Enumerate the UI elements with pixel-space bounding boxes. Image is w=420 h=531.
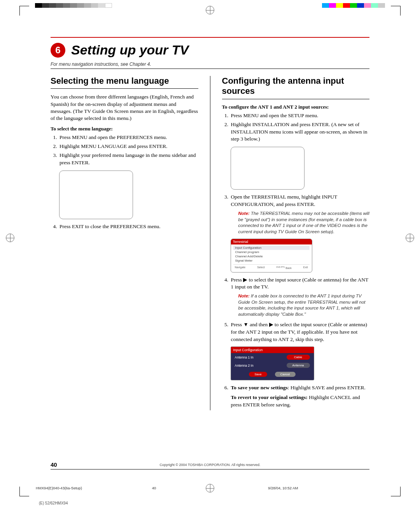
osd-input-config: Input Configuration Antenna 1 In Cable A… [231,346,314,380]
osd-foot-back: DVD PTV Back [276,266,292,269]
down-arrow-icon: ▼ [243,322,248,327]
imprint-filename: HMX94(E)040-43(6a-Setup) [36,486,152,490]
antenna-subhead: To configure the ANT 1 and ANT 2 input s… [222,104,370,110]
ant-step-5: Press ▼ and then ▶ to select the input s… [230,321,370,343]
language-steps-cont: Press EXIT to close the PREFERENCES menu… [58,223,198,230]
language-subhead: To select the menu language: [51,126,198,132]
lang-step-2: Highlight MENU LANGUAGE and press ENTER. [58,143,198,150]
top-red-rule [51,37,369,38]
right-arrow-icon: ▶ [243,277,247,283]
section-rule-2 [222,99,370,99]
right-column: Configuring the antenna input sources To… [222,76,370,410]
osd-save-button: Save [249,372,267,377]
footer-rule [51,469,369,469]
osd-row-value-antenna: Antenna [287,363,310,368]
osd-foot-navigate: Navigate [235,266,246,269]
content-columns: Selecting the menu language You can choo… [51,76,369,410]
antenna-steps-4: Press ▶ to select the input source (Cabl… [230,276,370,291]
intro-note: For menu navigation instructions, see Ch… [51,62,369,67]
note-label-1: Note: [238,211,250,216]
intro-rule [51,69,369,69]
chapter-title: Setting up your TV [71,42,189,58]
right-arrow-icon-2: ▶ [269,322,273,327]
osd-item-signal-meter: Signal Meter [233,258,310,263]
ant-step-6: To save your new settings: Highlight SAV… [230,384,370,409]
osd-foot-select: Select [257,266,264,269]
language-steps: Press MENU and open the PREFERENCES menu… [58,134,198,167]
lang-step-1: Press MENU and open the PREFERENCES menu… [58,134,198,141]
note-text-1: The TERRESTRIAL menu may not be accessib… [238,211,369,234]
chapter-number-badge: 6 [51,43,65,58]
section-rule [51,88,198,89]
save-settings-rest: : Highlight SAVE and press ENTER. [288,385,366,390]
revert-settings-strong: To revert to your original settings: [231,394,308,400]
save-settings-strong: To save your new settings [231,385,288,390]
ant-step-3: Open the TERRESTRIAL menu, highlight INP… [230,193,370,208]
note-cablebox: Note: If a cable box is connected to the… [238,293,370,317]
osd-config-title: Input Configuration [231,347,314,353]
imprint-page: 40 [152,486,268,490]
stray-text: (E) 52/62HMX94 [39,501,68,505]
preferences-screenshot-placeholder [59,171,133,219]
lang-step-4: Press EXIT to close the PREFERENCES menu… [58,223,198,230]
antenna-steps-3: Open the TERRESTRIAL menu, highlight INP… [230,193,370,208]
imprint-bar: HMX94(E)040-43(6a-Setup) 40 9/28/04, 10:… [32,485,388,491]
osd-row-label-1: Antenna 1 In [235,355,254,359]
note-terrestrial: Note: The TERRESTRIAL menu may not be ac… [238,211,370,235]
left-column: Selecting the menu language You can choo… [51,76,198,410]
imprint-timestamp: 9/28/04, 10:52 AM [268,486,384,490]
osd-row-label-2: Antenna 2 In [235,364,254,367]
antenna-steps-6: To save your new settings: Highlight SAV… [230,384,370,409]
note-text-2: If a cable box is connected to the ANT 1… [238,294,366,316]
ant-step-4: Press ▶ to select the input source (Cabl… [230,276,370,291]
osd-config-row-2: Antenna 2 In Antenna [231,361,314,369]
osd-item-channel-program: Channel program [233,250,310,254]
osd-item-channel-add-delete: Channel Add/Delete [233,254,310,258]
antenna-steps: Press MENU and open the SETUP menu. High… [230,112,370,143]
note-label-2: Note: [238,294,250,298]
osd-config-row-1: Antenna 1 In Cable [231,353,314,361]
column-divider [210,76,210,410]
installation-screenshot-placeholder [231,147,304,190]
osd-item-input-config: Input Configuration [233,246,310,250]
chapter-header: 6 Setting up your TV [51,42,369,58]
section-heading-antenna: Configuring the antenna input sources [222,76,370,97]
osd-config-buttons: Save Cancel [231,369,314,380]
ant-step-2: Highlight INSTALLATION and press ENTER. … [230,121,370,143]
osd-footer: Navigate Select DVD PTV Back Exit [233,264,310,269]
osd-cancel-button: Cancel [275,372,296,377]
section-heading-language: Selecting the menu language [51,76,198,86]
osd-foot-exit: Exit [303,266,308,269]
page-number: 40 [51,461,57,468]
osd-terrestrial-menu: Terrestrial Input Configuration Channel … [231,239,312,272]
language-para: You can choose from three different lang… [51,93,198,122]
antenna-steps-5: Press ▼ and then ▶ to select the input s… [230,321,370,343]
copyright-text: Copyright © 2004 TOSHIBA CORPORATION. Al… [51,463,369,467]
page-footer: 40 Copyright © 2004 TOSHIBA CORPORATION.… [51,463,369,471]
lang-step-3: Highlight your preferred menu language i… [58,152,198,167]
osd-row-value-cable: Cable [287,355,310,360]
osd-terrestrial-title: Terrestrial [231,239,312,244]
ant-step-1: Press MENU and open the SETUP menu. [230,112,370,120]
